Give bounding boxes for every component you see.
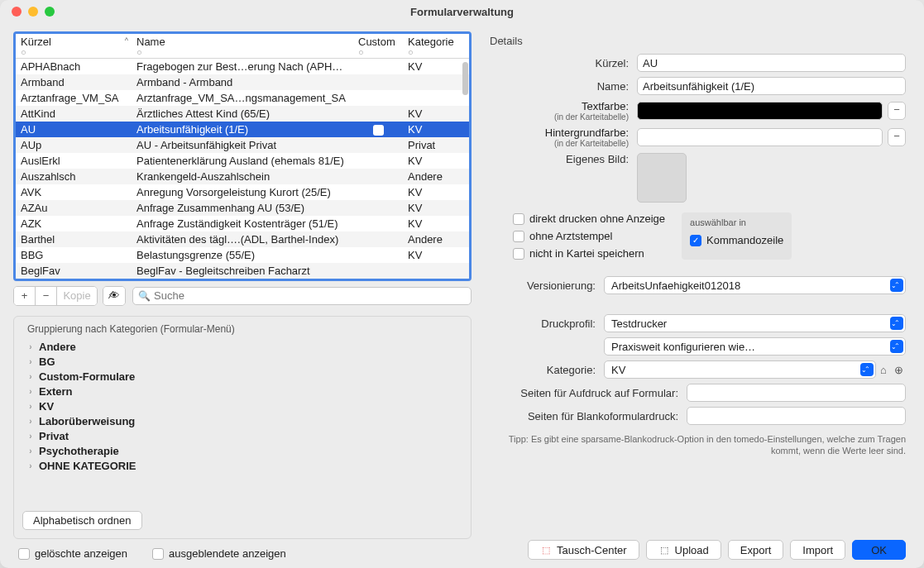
show-hidden-checkbox[interactable]: ausgeblendete anzeigen	[152, 547, 286, 560]
window-title: Formularverwaltung	[0, 6, 924, 18]
export-button[interactable]: Export	[728, 540, 784, 560]
col-custom[interactable]: Custom○	[353, 34, 403, 59]
chevron-right-icon: ›	[22, 387, 39, 396]
kommandozeile-checkbox[interactable]: Kommandozeile	[690, 234, 783, 246]
chevron-right-icon: ›	[22, 342, 39, 351]
copy-button[interactable]: Kopie	[57, 287, 97, 305]
category-item[interactable]: ›Privat	[22, 429, 462, 444]
praxisweit-select[interactable]: Praxisweit konfigurieren wie…	[604, 337, 906, 356]
table-row[interactable]: BBGBelastungsgrenze (55/E)KV	[16, 247, 469, 263]
table-row[interactable]: AZAuAnfrage Zusammenhang AU (53/E)KV	[16, 200, 469, 216]
remove-button[interactable]: −	[36, 287, 57, 305]
druckprofil-select[interactable]: Testdrucker	[604, 314, 906, 332]
forms-table[interactable]: Kürzel^○ Name○ Custom○ Kategorie○ APHABn…	[13, 31, 472, 281]
textcolor-reset-button[interactable]: −	[888, 102, 906, 120]
table-row[interactable]: AZKAnfrage Zuständigkeit Kostenträger (5…	[16, 216, 469, 231]
kurzel-label: Kürzel:	[488, 57, 637, 69]
name-input[interactable]	[637, 77, 906, 95]
image-label: Eigenes Bild:	[488, 153, 637, 165]
table-row[interactable]: Arztanfrage_VM_SAArztanfrage_VM_SA…ngsma…	[16, 90, 469, 106]
name-label: Name:	[488, 80, 637, 93]
col-name[interactable]: Name○	[132, 34, 353, 59]
show-deleted-checkbox[interactable]: gelöschte anzeigen	[18, 547, 127, 560]
col-kurzel[interactable]: Kürzel^○	[16, 34, 132, 59]
chevron-right-icon: ›	[22, 417, 39, 426]
aufdruck-label: Seiten für Aufdruck auf Formular:	[488, 387, 687, 399]
tausch-center-button[interactable]: ⬚Tausch-Center	[528, 540, 639, 560]
bgcolor-label: Hintergrundfarbe:(in der Karteitabelle)	[488, 126, 637, 148]
textcolor-well[interactable]	[637, 102, 883, 120]
category-item[interactable]: ›Extern	[22, 384, 462, 399]
search-input[interactable]	[154, 289, 466, 302]
aufdruck-input[interactable]	[687, 384, 906, 402]
category-item[interactable]: ›Laborüberweisung	[22, 414, 462, 429]
blanko-input[interactable]	[687, 407, 906, 425]
home-icon[interactable]: ⌂	[876, 364, 891, 376]
eye-slash-icon: 👁⁄	[109, 289, 120, 302]
ok-button[interactable]: OK	[852, 540, 906, 560]
blanko-tip: Tipp: Es gibt eine sparsame-Blankodruck-…	[488, 433, 906, 457]
bgcolor-reset-button[interactable]: −	[888, 128, 906, 146]
table-scrollbar[interactable]	[462, 62, 468, 95]
upload-button[interactable]: ⬚Upload	[646, 540, 721, 560]
table-row[interactable]: AuslErklPatientenerklärung Ausland (ehem…	[16, 153, 469, 169]
kategorie-label: Kategorie:	[488, 364, 604, 376]
chevron-right-icon: ›	[22, 357, 39, 366]
kurzel-input[interactable]	[637, 54, 906, 72]
version-select[interactable]: ArbeitsUnfaehigkeit012018	[604, 276, 906, 294]
chevron-right-icon: ›	[22, 402, 39, 411]
search-field[interactable]: 🔍	[132, 287, 472, 305]
plus-circle-icon[interactable]: ⊕	[891, 364, 906, 376]
category-item[interactable]: ›BG	[22, 355, 462, 370]
chevron-right-icon: ›	[22, 461, 39, 470]
version-label: Versionierung:	[488, 279, 604, 292]
selectable-title: auswählbar in	[690, 217, 783, 227]
exchange-icon: ⬚	[540, 544, 552, 556]
sort-alpha-button[interactable]: Alphabetisch ordnen	[22, 511, 142, 530]
import-button[interactable]: Import	[790, 540, 845, 560]
table-row[interactable]: AUpAU - Arbeitsunfähigkeit PrivatPrivat	[16, 137, 469, 153]
table-row[interactable]: AuszahlschKrankengeld-AuszahlscheinAnder…	[16, 169, 469, 184]
table-row[interactable]: AUArbeitsunfähigkeit (1/E)KV	[16, 122, 469, 137]
category-item[interactable]: ›Andere	[22, 340, 462, 355]
chevron-right-icon: ›	[22, 446, 39, 456]
category-item[interactable]: ›KV	[22, 399, 462, 414]
grouping-title: Gruppierung nach Kategorien (Formular-Me…	[27, 323, 462, 335]
chevron-right-icon: ›	[22, 432, 39, 441]
upload-icon: ⬚	[658, 544, 670, 556]
visibility-toggle-button[interactable]: 👁⁄	[103, 287, 125, 305]
chevron-right-icon: ›	[22, 372, 39, 381]
table-row[interactable]: AttKindÄrztliches Attest Kind (65/E)KV	[16, 106, 469, 122]
details-heading: Details	[490, 35, 906, 47]
titlebar: Formularverwaltung	[0, 0, 924, 23]
no-stamp-checkbox[interactable]: ohne Arztstempel	[513, 230, 665, 242]
bgcolor-well[interactable]	[637, 128, 883, 146]
search-icon: 🔍	[138, 290, 151, 302]
add-button[interactable]: +	[14, 287, 36, 305]
category-item[interactable]: ›OHNE KATEGORIE	[22, 459, 462, 474]
table-row[interactable]: BeglFavBeglFav - Begleitschreiben Fachar…	[16, 263, 469, 279]
category-item[interactable]: ›Psychotherapie	[22, 444, 462, 459]
no-kartei-checkbox[interactable]: nicht in Kartei speichern	[513, 247, 665, 260]
table-row[interactable]: ArmbandArmband - Armband	[16, 74, 469, 90]
druckprofil-label: Druckprofil:	[488, 317, 604, 330]
kategorie-select[interactable]: KV	[604, 360, 876, 379]
image-well[interactable]	[637, 153, 687, 203]
col-kategorie[interactable]: Kategorie○	[403, 34, 469, 59]
textcolor-label: Textfarbe:(in der Karteitabelle)	[488, 100, 637, 122]
table-row[interactable]: APHABnachFragebogen zur Best…erung Nach …	[16, 59, 469, 74]
table-row[interactable]: AVKAnregung Vorsorgeleistung Kurort (25/…	[16, 184, 469, 200]
category-item[interactable]: ›Custom-Formulare	[22, 370, 462, 384]
table-row[interactable]: BarthelAktivitäten des tägl….(ADL, Barth…	[16, 231, 469, 247]
category-tree[interactable]: ›Andere›BG›Custom-Formulare›Extern›KV›La…	[22, 340, 462, 505]
grouping-box: Gruppierung nach Kategorien (Formular-Me…	[13, 316, 472, 540]
direct-print-checkbox[interactable]: direkt drucken ohne Anzeige	[513, 212, 665, 225]
blanko-label: Seiten für Blankoformulardruck:	[488, 410, 687, 422]
